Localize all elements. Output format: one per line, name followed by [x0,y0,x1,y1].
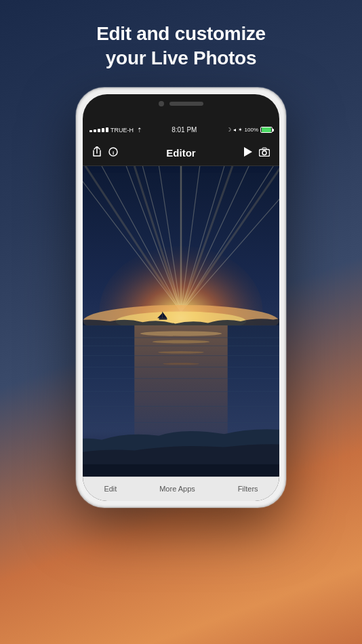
battery-icon [260,127,273,133]
bluetooth-icon: ✶ [238,127,243,133]
headline-line1: Edit and customize [96,23,266,44]
svg-marker-2 [244,147,252,157]
phone-screen: TRUE-H ⇡ 8:01 PM ☽ ◂ ✶ 100% [83,94,279,501]
svg-point-41 [163,363,199,365]
svg-rect-5 [262,148,266,150]
more-apps-tab[interactable]: More Apps [148,485,206,493]
navbar-right-icons [244,147,270,159]
battery-percent: 100% [245,127,258,133]
phone-camera [159,101,164,106]
wifi-icon: ⇡ [137,127,142,134]
svg-point-40 [158,351,203,354]
share-button[interactable] [92,146,102,159]
svg-point-39 [153,340,209,344]
location-icon: ◂ [233,127,236,133]
status-left: TRUE-H ⇡ [89,127,142,134]
signal-strength [89,127,108,132]
svg-rect-42 [159,318,167,319]
svg-rect-45 [83,464,279,477]
status-right: ☽ ◂ ✶ 100% [226,127,273,133]
headline: Edit and customize your Live Photos [96,0,266,87]
app-bottom-bar: Edit More Apps Filters [83,477,279,501]
battery-fill [262,127,271,132]
filters-tab[interactable]: Filters [227,485,269,493]
navbar-left-icons: i [92,146,118,159]
camera-button[interactable] [259,147,270,159]
headline-line2: your Live Photos [106,47,256,68]
navbar-title: Editor [166,147,195,159]
edit-tab[interactable]: Edit [93,485,127,493]
carrier-name: TRUE-H [110,127,134,134]
phone-hardware-top [159,101,203,106]
play-button[interactable] [244,147,252,159]
phone-speaker [169,102,203,106]
moon-icon: ☽ [226,127,231,133]
photo-area [83,166,279,477]
svg-point-4 [262,150,266,155]
status-bar: TRUE-H ⇡ 8:01 PM ☽ ◂ ✶ 100% [83,120,279,140]
svg-point-38 [140,331,222,336]
status-time: 8:01 PM [172,126,197,134]
info-button[interactable]: i [108,147,118,159]
phone-frame: TRUE-H ⇡ 8:01 PM ☽ ◂ ✶ 100% [76,87,286,508]
svg-text:i: i [113,150,114,156]
app-navbar: i Editor [83,140,279,166]
